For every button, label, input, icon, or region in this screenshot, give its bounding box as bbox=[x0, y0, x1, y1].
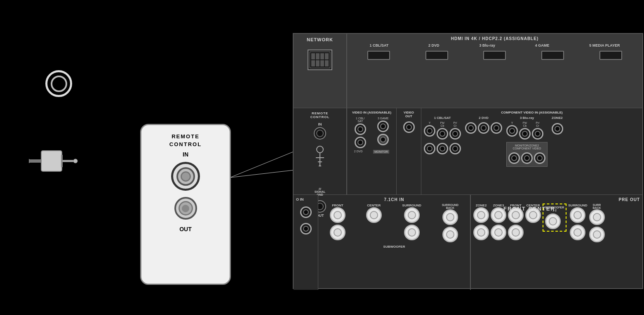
video-in-section: VIDEO IN (ASSIGNABLE) 1 CBL/SAT 3 GAME bbox=[347, 108, 397, 194]
comp-pb-port-1b bbox=[437, 143, 448, 154]
network-port-inner bbox=[310, 52, 330, 68]
svg-line-1 bbox=[230, 169, 301, 178]
ch71-front-l-port bbox=[330, 207, 346, 223]
phono-port-r bbox=[300, 223, 312, 234]
pre-front-r-port bbox=[508, 225, 524, 240]
network-pin-7 bbox=[320, 60, 324, 66]
network-port bbox=[308, 50, 332, 70]
ch71-surrback-l-port bbox=[442, 209, 458, 225]
zone2-label: ZONE2 bbox=[552, 116, 563, 120]
hdmi-ports-row bbox=[351, 51, 638, 60]
comp-pb-port-3 bbox=[519, 128, 531, 140]
video-in-port-3b bbox=[377, 134, 389, 145]
pre-surround-r-port bbox=[570, 225, 585, 240]
comp-y-3: Y bbox=[506, 121, 518, 140]
hdmi-header: HDMI IN 4K / HDCP2.2 (ASSIGNABLE) bbox=[351, 36, 638, 41]
component-bluray-label: 3 Blu-ray bbox=[506, 116, 548, 120]
video-out-header: VIDEOOUT bbox=[399, 111, 418, 118]
ch71-surround-l-port bbox=[404, 207, 420, 223]
comp-dvd-port-2 bbox=[478, 122, 489, 134]
video-in-port-1b bbox=[355, 137, 366, 148]
pre-zone3-label: ZONE3 bbox=[493, 204, 504, 207]
zone2-port bbox=[552, 123, 563, 135]
phono-port-l bbox=[300, 206, 312, 218]
pre-surrback-l-port bbox=[589, 209, 605, 225]
hdmi-section: HDMI IN 4K / HDCP2.2 (ASSIGNABLE) 1 CBL/… bbox=[347, 34, 642, 108]
middle-section: REMOTECONTROL IN /// SIGNA bbox=[294, 108, 642, 195]
pre-out-header: PRE OUT bbox=[473, 197, 640, 202]
remote-out-port-inner bbox=[179, 201, 193, 216]
network-pin-5 bbox=[311, 60, 315, 66]
comp-pb-1: Pb/Cb bbox=[437, 121, 448, 140]
video-out-port bbox=[403, 121, 415, 133]
monitor-zone2-label: MONITOR/ZONE2COMPONENT VIDEO bbox=[508, 144, 545, 150]
remote-ctrl-panel: REMOTECONTROL IN /// SIGNA bbox=[294, 108, 347, 194]
remote-box-in-label: IN bbox=[183, 151, 188, 158]
video-in-cbl-sat: 1 CBL/SAT bbox=[355, 117, 366, 149]
pre-surrback-r-port bbox=[589, 227, 605, 242]
pre-surrback-label: SURRBACK bbox=[592, 204, 601, 209]
video-out-section: VIDEOOUT bbox=[397, 108, 421, 194]
monitor-port-1 bbox=[508, 152, 520, 164]
circular-connector bbox=[45, 70, 72, 97]
hdmi-port-5 bbox=[599, 51, 622, 60]
svg-rect-5 bbox=[61, 155, 63, 167]
ch71-center-col: CENTER bbox=[366, 204, 382, 223]
svg-point-8 bbox=[317, 146, 323, 153]
network-box: NETWORK bbox=[294, 34, 347, 108]
network-pin-8 bbox=[325, 60, 329, 66]
pre-zone2-port-1 bbox=[473, 207, 489, 223]
pre-surround-l-port bbox=[570, 207, 585, 223]
circular-inner bbox=[51, 76, 67, 92]
pre-surrback-col: SURRBACK bbox=[589, 204, 605, 242]
pre-out-section: PRE OUT ZONE2 ZONE3 FRONT bbox=[471, 195, 642, 290]
pre-surround-col: SURROUND bbox=[568, 204, 587, 240]
pre-zone3-port-2 bbox=[491, 225, 506, 240]
receiver-panel: NETWORK HDMI IN 4K / HDCP2.2 (ASSIGNABLE… bbox=[293, 33, 643, 289]
comp-dvd-port-1 bbox=[465, 122, 477, 134]
hdmi-port-2 bbox=[425, 51, 448, 60]
subwoofer-label: SUBWOOFER bbox=[321, 245, 468, 249]
comp-pb-port-1 bbox=[437, 128, 448, 140]
hdmi-port-1 bbox=[367, 51, 390, 60]
phono-label: O IN bbox=[296, 197, 315, 201]
ch71-surround-r-port bbox=[404, 225, 420, 240]
component-bluray-group: 3 Blu-ray Y Pb/Cb Pr/Cr bbox=[506, 116, 548, 167]
network-pin-4 bbox=[325, 53, 329, 59]
comp-dvd-port-3 bbox=[491, 122, 502, 134]
hdmi-input-1: 1 CBL/SAT bbox=[369, 43, 388, 47]
remote-ctrl-label: REMOTECONTROL bbox=[310, 111, 330, 119]
front-center-label: FRONT CENTER bbox=[503, 206, 555, 212]
comp-pr-port-1b bbox=[449, 143, 461, 154]
video-in-port-3 bbox=[377, 121, 389, 132]
remote-out-port bbox=[174, 197, 197, 220]
pre-surround-label: SURROUND bbox=[568, 204, 587, 207]
network-pin-3 bbox=[320, 53, 324, 59]
hdmi-input-5: 5 MEDIA PLAYER bbox=[589, 43, 620, 47]
remote-in-port-center bbox=[181, 171, 191, 182]
svg-line-0 bbox=[230, 149, 301, 178]
bottom-section: O IN 7.1CH IN FRONT CENTER S bbox=[294, 195, 642, 290]
video-in-port-1 bbox=[355, 123, 366, 135]
remote-box-title-line2: CONTROL bbox=[169, 141, 202, 147]
component-dvd-group: 2 DVD bbox=[465, 116, 502, 167]
pre-zone2-label: ZONE2 bbox=[476, 204, 487, 207]
svg-rect-2 bbox=[41, 151, 62, 171]
video-in-dvd-label: 2 DVD bbox=[354, 150, 363, 154]
hdmi-input-2: 2 DVD bbox=[428, 43, 440, 47]
comp-pr-port-3 bbox=[532, 128, 543, 140]
hdmi-input-3: 3 Blu-ray bbox=[479, 43, 495, 47]
remote-box-title-line1: REMOTE bbox=[169, 133, 202, 140]
comp-y-port-1 bbox=[424, 125, 435, 137]
ch71-center-label: CENTER bbox=[367, 204, 381, 207]
network-label: NETWORK bbox=[307, 37, 333, 42]
ch71-center-port bbox=[366, 207, 382, 223]
remote-control-box: REMOTE CONTROL IN OUT bbox=[140, 124, 231, 285]
remote-box-out-label: OUT bbox=[179, 226, 192, 232]
ch71-surrback-r-port bbox=[442, 227, 458, 242]
pre-zone2-col: ZONE2 bbox=[473, 204, 489, 240]
comp-pr-1: Pr/Cr bbox=[449, 121, 461, 140]
ch71-surround-back-label: SURROUNDBACK bbox=[442, 204, 458, 209]
comp-pr-3: Pr/Cr bbox=[532, 121, 543, 140]
ch71-front-label: FRONT bbox=[332, 204, 343, 207]
